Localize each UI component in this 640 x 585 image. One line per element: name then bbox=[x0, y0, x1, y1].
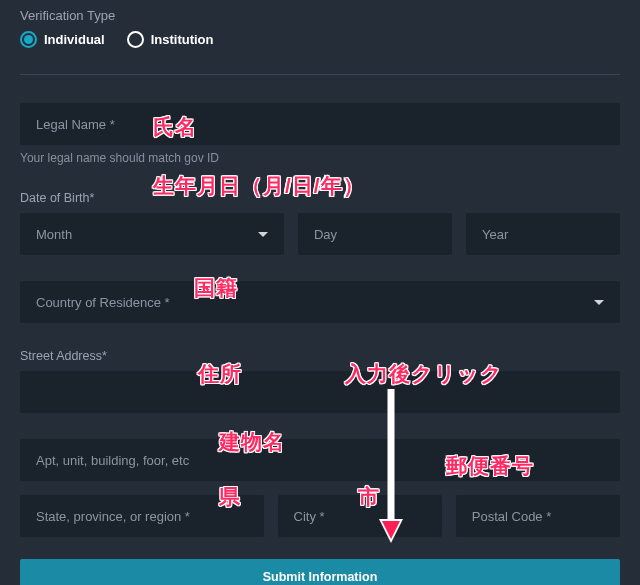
dob-year-input[interactable] bbox=[466, 213, 620, 255]
legal-name-input[interactable] bbox=[20, 103, 620, 145]
dob-month-placeholder: Month bbox=[36, 227, 246, 242]
street-text[interactable] bbox=[36, 385, 604, 400]
city-text[interactable] bbox=[294, 509, 426, 524]
radio-institution-label: Institution bbox=[151, 32, 214, 47]
street-input[interactable] bbox=[20, 371, 620, 413]
apt-text[interactable] bbox=[36, 453, 604, 468]
divider bbox=[20, 74, 620, 75]
radio-institution[interactable]: Institution bbox=[127, 31, 214, 48]
country-select[interactable]: Country of Residence * bbox=[20, 281, 620, 323]
chevron-down-icon bbox=[258, 232, 268, 237]
radio-unselected-icon bbox=[127, 31, 144, 48]
submit-button[interactable]: Submit Information bbox=[20, 559, 620, 585]
city-input[interactable] bbox=[278, 495, 442, 537]
country-placeholder: Country of Residence * bbox=[36, 295, 582, 310]
dob-day-text[interactable] bbox=[314, 227, 436, 242]
verification-type-radios: Individual Institution bbox=[20, 31, 620, 48]
region-text[interactable] bbox=[36, 509, 248, 524]
dob-year-text[interactable] bbox=[482, 227, 604, 242]
radio-individual[interactable]: Individual bbox=[20, 31, 105, 48]
dob-label: Date of Birth* bbox=[20, 191, 620, 205]
dob-day-input[interactable] bbox=[298, 213, 452, 255]
chevron-down-icon bbox=[594, 300, 604, 305]
legal-name-helper: Your legal name should match gov ID bbox=[20, 151, 620, 165]
legal-name-text[interactable] bbox=[36, 117, 604, 132]
radio-selected-icon bbox=[20, 31, 37, 48]
postal-input[interactable] bbox=[456, 495, 620, 537]
radio-individual-label: Individual bbox=[44, 32, 105, 47]
street-label: Street Address* bbox=[20, 349, 620, 363]
verification-type-label: Verification Type bbox=[20, 8, 620, 23]
apt-input[interactable] bbox=[20, 439, 620, 481]
submit-label: Submit Information bbox=[263, 570, 378, 584]
region-input[interactable] bbox=[20, 495, 264, 537]
postal-text[interactable] bbox=[472, 509, 604, 524]
dob-month-select[interactable]: Month bbox=[20, 213, 284, 255]
